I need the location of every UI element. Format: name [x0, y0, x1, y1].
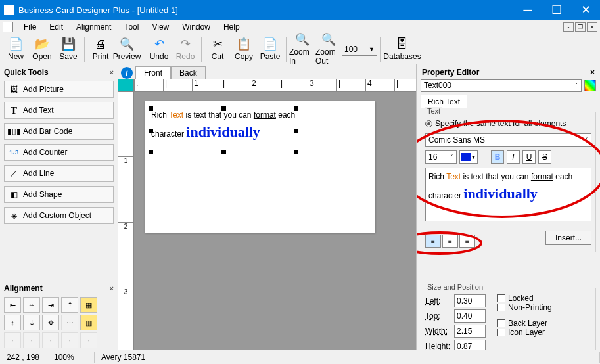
align-left[interactable]: ⇤ — [4, 297, 21, 313]
menu-edit[interactable]: Edit — [43, 21, 70, 33]
same-text-radio[interactable]: Specify the same text for all elements — [425, 119, 591, 128]
shape-icon: ◧ — [9, 189, 19, 200]
alignment-close[interactable]: × — [110, 284, 114, 292]
zoom-value: 100 — [344, 45, 358, 54]
window-title: Business Card Designer Plus - [Untitled … — [18, 5, 513, 15]
width-input[interactable]: 2.15 — [454, 325, 486, 338]
property-header: Property Editor — [422, 68, 479, 77]
align-both[interactable]: ✥ — [42, 315, 59, 330]
color-palette-button[interactable] — [584, 80, 596, 91]
zoomin-button[interactable]: 🔍Zoom In — [289, 31, 315, 67]
iconlayer-check[interactable]: Icon Layer — [497, 328, 552, 337]
add-custom-button[interactable]: ◈Add Custom Object — [4, 207, 114, 224]
save-button[interactable]: 💾Save — [55, 35, 81, 62]
menu-window[interactable]: Window — [175, 21, 217, 33]
property-editor: Property Editor× Text000˅ Rich Text Text… — [416, 64, 600, 350]
font-size: 16 — [428, 152, 437, 162]
backlayer-check[interactable]: Back Layer — [497, 319, 552, 328]
open-button[interactable]: 📂Open — [29, 35, 55, 62]
open-icon: 📂 — [35, 37, 49, 51]
maximize-button[interactable]: ☐ — [542, 0, 571, 20]
align-middle[interactable]: ↕ — [4, 315, 21, 330]
text-editor[interactable]: Rich Text is text that you can format ea… — [425, 168, 591, 221]
align-center-both[interactable]: ▦ — [80, 297, 97, 313]
text-icon: T — [9, 105, 19, 116]
paste-button[interactable]: 📄Paste — [257, 35, 283, 62]
copy-button[interactable]: 📋Copy — [231, 35, 257, 62]
top-label: Top: — [425, 311, 451, 321]
align-grid[interactable]: ▥ — [80, 315, 97, 330]
quicktools-close[interactable]: × — [110, 68, 114, 76]
left-label: Left: — [425, 296, 451, 306]
height-input[interactable]: 0.87 — [454, 340, 486, 350]
mdi-close[interactable]: × — [587, 22, 597, 32]
alignment-grid: ⇤ ↔ ⇥ ⇡ ▦ ↕ ⇣ ✥ ⋯ ▥ · · · · · — [3, 295, 115, 348]
redo-button[interactable]: ↷Redo — [172, 35, 198, 62]
print-button[interactable]: 🖨Print — [87, 35, 114, 62]
tab-front[interactable]: Front — [135, 66, 171, 79]
d5: · — [80, 332, 97, 348]
info-button[interactable]: i — [121, 67, 133, 79]
add-shape-button[interactable]: ◧Add Shape — [4, 186, 114, 203]
mdi-minimize[interactable]: - — [563, 22, 574, 32]
menu-tool[interactable]: Tool — [118, 21, 145, 33]
menu-alignment[interactable]: Alignment — [70, 21, 118, 33]
menu-file[interactable]: File — [17, 21, 43, 33]
menu-help[interactable]: Help — [217, 21, 246, 33]
textalign-right[interactable]: ≡ — [459, 235, 475, 248]
fontsize-combo[interactable]: 16˅ — [425, 150, 457, 164]
minimize-button[interactable]: ─ — [513, 0, 542, 20]
fontcolor-button[interactable]: ▼ — [459, 150, 478, 164]
add-text-button[interactable]: TAdd Text — [4, 102, 114, 119]
object-combo[interactable]: Text000˅ — [421, 79, 582, 92]
new-button[interactable]: 📄New — [3, 35, 29, 62]
zoom-combo[interactable]: 100▼ — [342, 43, 377, 56]
cut-button[interactable]: ✂Cut — [204, 35, 231, 62]
zoomout-icon: 🔍 — [321, 32, 336, 47]
font-combo[interactable]: Comic Sans MS˅ — [425, 133, 591, 147]
databases-icon: 🗄 — [395, 37, 409, 51]
add-barcode-button[interactable]: ▮▯▮Add Bar Code — [4, 123, 114, 140]
locked-check[interactable]: Locked — [497, 294, 552, 303]
textalign-center[interactable]: ≡ — [442, 235, 458, 248]
align-center-h[interactable]: ↔ — [23, 297, 40, 313]
italic-button[interactable]: I — [507, 150, 520, 164]
bold-button[interactable]: B — [491, 150, 504, 164]
close-button[interactable]: ✕ — [571, 0, 600, 20]
status-coords: 242 , 198 — [0, 352, 47, 363]
business-card[interactable]: Rich Text is text that you can format ea… — [145, 101, 375, 233]
align-right[interactable]: ⇥ — [42, 297, 59, 313]
textalign-left[interactable]: ≡ — [425, 235, 441, 248]
menu-view[interactable]: View — [145, 21, 175, 33]
status-zoom: 100% — [47, 352, 95, 363]
add-counter-button[interactable]: 1₂3Add Counter — [4, 144, 114, 161]
add-picture-button[interactable]: 🖼Add Picture — [4, 81, 114, 98]
nonprinting-check[interactable]: Non-Printing — [497, 303, 552, 312]
strike-button[interactable]: S — [538, 150, 551, 164]
undo-button[interactable]: ↶Undo — [146, 35, 172, 62]
tab-richtext[interactable]: Rich Text — [421, 95, 467, 108]
quick-tools-header: Quick Tools — [4, 68, 49, 77]
status-template: Avery 15871 — [95, 352, 600, 363]
top-input[interactable]: 0.40 — [454, 309, 486, 323]
height-label: Height: — [425, 342, 451, 350]
align-top[interactable]: ⇡ — [61, 297, 78, 313]
redo-icon: ↷ — [178, 37, 193, 51]
design-canvas[interactable]: . | 1 | 2 | 3 | 4 | 1 2 3 — [118, 79, 416, 350]
add-line-button[interactable]: ／Add Line — [4, 165, 114, 182]
property-close[interactable]: × — [590, 68, 595, 77]
mdi-restore[interactable]: ❐ — [575, 22, 586, 32]
align-bottom[interactable]: ⇣ — [23, 315, 40, 330]
databases-button[interactable]: 🗄Databases — [383, 35, 421, 62]
zoomout-button[interactable]: 🔍Zoom Out — [315, 31, 342, 67]
underline-button[interactable]: U — [522, 150, 536, 164]
save-icon: 💾 — [61, 37, 76, 51]
print-icon: 🖨 — [93, 37, 108, 51]
tab-back[interactable]: Back — [171, 66, 206, 79]
insert-button[interactable]: Insert... — [545, 231, 591, 245]
cut-icon: ✂ — [210, 37, 225, 51]
text-group-label: Text — [425, 107, 442, 115]
selected-text-object[interactable]: Rich Text is text that you can format ea… — [151, 109, 296, 152]
left-input[interactable]: 0.30 — [454, 294, 486, 307]
preview-button[interactable]: 🔍Preview — [114, 35, 140, 62]
